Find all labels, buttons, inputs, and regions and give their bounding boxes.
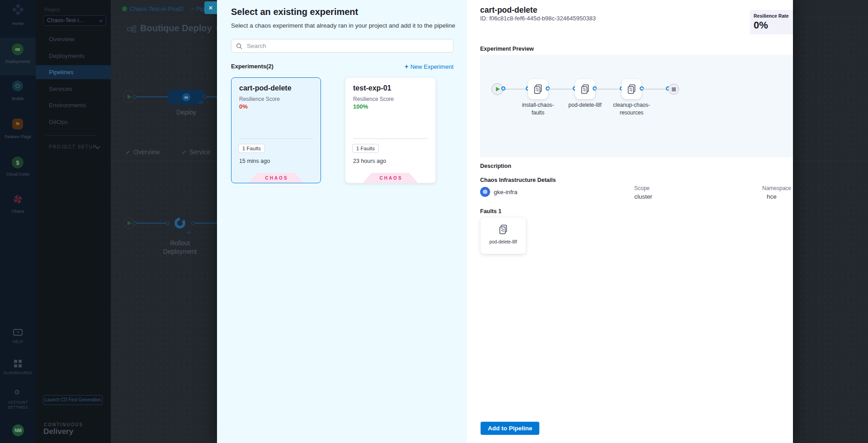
nav-item-deployments[interactable]: Deployments [49,52,85,59]
resilience-score-label: Resilience Score [239,96,280,102]
nav-item-overview[interactable]: Overview [49,36,74,43]
app-root: Home ∞ Deployments Builds ⚑ Feature Flag… [0,0,868,443]
experiment-name: test-exp-01 [353,84,391,92]
preview-wire [503,89,528,90]
chaos-icon [12,194,24,205]
sidebar-item-chaos[interactable]: Chaos [0,209,36,214]
description-label: Description [480,163,511,169]
wire-port [133,221,137,225]
check-icon: ✓ [126,149,131,156]
stage-deploy-label: Deploy [168,109,204,116]
nav-item-environments[interactable]: Environments [49,102,86,109]
experiment-card-test-exp-01[interactable]: test-exp-01 Resilience Score 100% 1 Faul… [345,77,436,183]
sidebar-item-help[interactable]: HELP [0,339,36,344]
namespace-label: Namespace [762,185,791,191]
project-section-label: Project [44,7,60,12]
last-run-time: 23 hours ago [353,158,386,164]
experiment-preview-canvas: install-chaos-faults pod-delete-l8f clea… [480,55,793,157]
add-to-pipeline-button[interactable]: Add to Pipeline [481,422,539,435]
breadcrumb-project[interactable]: Chaos-Test-in-Prod2 [130,5,184,12]
nav-item-services[interactable]: Services [49,86,72,92]
project-setup-toggle[interactable]: PROJECT SETUP [49,144,97,149]
check-icon: ✓ [182,149,187,156]
launch-cd-first-gen-button[interactable]: Launch CD First Generation [43,395,103,405]
sidebar-item-home[interactable]: Home [0,21,36,26]
help-icon: ? [13,329,23,336]
project-selector-value: Chaos-Test-i... [47,17,84,24]
wire-port [166,221,170,225]
account-settings-line1: ACCOUNT [8,400,28,405]
pipeline-icon [127,25,137,33]
faults-section-label: Faults 1 [480,208,501,214]
wire [137,96,168,97]
tab-service[interactable]: ✓Service [182,148,211,156]
sidebar-item-feature-flags[interactable]: Feature Flags [0,134,36,139]
code-glyph: </> [198,101,203,104]
resilience-score-value: 0% [239,103,248,110]
faults-badge: 1 Faults [238,144,265,153]
preview-end-node [668,84,679,95]
new-experiment-label: New Experiment [410,63,453,70]
feature-flags-icon: ⚑ [12,119,23,129]
wire-port [203,95,207,99]
preview-step-pod-delete[interactable] [575,79,595,99]
chaos-tag: CHAOS [249,173,304,183]
account-settings-line2: SETTINGS [8,405,28,410]
scope-label: Scope [634,185,650,191]
project-nav: Project Chaos-Test-i... » Overview Deplo… [36,0,111,443]
card-divider [239,138,313,139]
infra-name: gke-infra [494,189,518,195]
double-chevron-icon: » [99,16,103,25]
resilience-rate-value: 0% [754,19,768,31]
rollout-icon-notch [180,218,184,221]
new-experiment-button[interactable]: +New Experiment [405,62,453,70]
nav-item-pipelines[interactable]: Pipelines [49,69,74,76]
rollout-label-line2: Deployment [163,248,197,255]
namespace-value: hce [767,193,777,200]
sidebar-item-deployments[interactable]: Deployments [0,59,36,64]
experiment-card-cart-pod-delete[interactable]: cart-pod-delete Resilience Score 0% 1 Fa… [231,77,321,183]
fault-card[interactable]: pod-delete-l8f [481,218,526,254]
cd-stage-icon: ∞ [182,93,190,101]
sidebar-item-account-settings[interactable]: ACCOUNT SETTINGS [0,400,36,410]
project-color-icon [122,6,127,11]
select-experiment-drawer: ✕ Select an existing experiment Select a… [217,0,793,443]
nav-item-gitops[interactable]: GitOps [49,119,68,125]
nav-divider [45,135,96,136]
tab-overview-label: Overview [133,148,160,156]
page-title: Boutique Deploy [140,23,212,33]
preview-wire [548,89,575,90]
project-selector[interactable]: Chaos-Test-i... » [43,15,106,26]
module-sidebar: Home ∞ Deployments Builds ⚑ Feature Flag… [0,0,36,443]
wire-port [133,95,137,99]
home-icon [12,4,24,16]
preview-step-label: pod-delete-l8f [558,101,612,109]
stage-deploy-card[interactable]: ∞ </> [168,90,204,105]
sidebar-item-dashboards[interactable]: DASHBOARDS [0,371,36,376]
rollout-step-label: Rollout Deployment [153,239,207,256]
experiments-count-label: Experiments(2) [231,63,274,70]
sidebar-item-cloud-costs[interactable]: Cloud Costs [0,171,36,176]
close-icon[interactable]: ✕ [204,1,217,14]
resilience-score-value: 100% [353,103,368,110]
preview-step-install-chaos-faults[interactable] [528,79,548,99]
modal-subtitle: Select a chaos experiment that already r… [231,22,455,29]
tab-overview[interactable]: ✓Overview [126,148,160,156]
card-divider [353,138,428,139]
search-box [231,39,453,52]
experiment-details-panel: cart-pod-delete ID: f06c81c8-fef6-445d-b… [467,0,793,443]
infra-details-label: Chaos Infrastructure Details [480,177,556,183]
sidebar-item-builds[interactable]: Builds [0,96,36,101]
avatar[interactable]: NM [12,424,24,436]
faults-badge: 1 Faults [352,144,379,153]
cloud-costs-icon: $ [12,157,24,168]
preview-step-label: install-chaos-faults [518,101,558,117]
experiment-detail-title: cart-pod-delete [480,5,537,15]
search-input[interactable] [246,39,449,52]
builds-icon [12,81,23,91]
preview-step-cleanup[interactable] [622,79,642,99]
wire [207,96,217,97]
fault-name: pod-delete-l8f [481,239,526,244]
experiment-id: ID: f06c81c8-fef6-445d-b98c-324645950383 [480,15,596,22]
modal-title: Select an existing experiment [231,7,358,17]
